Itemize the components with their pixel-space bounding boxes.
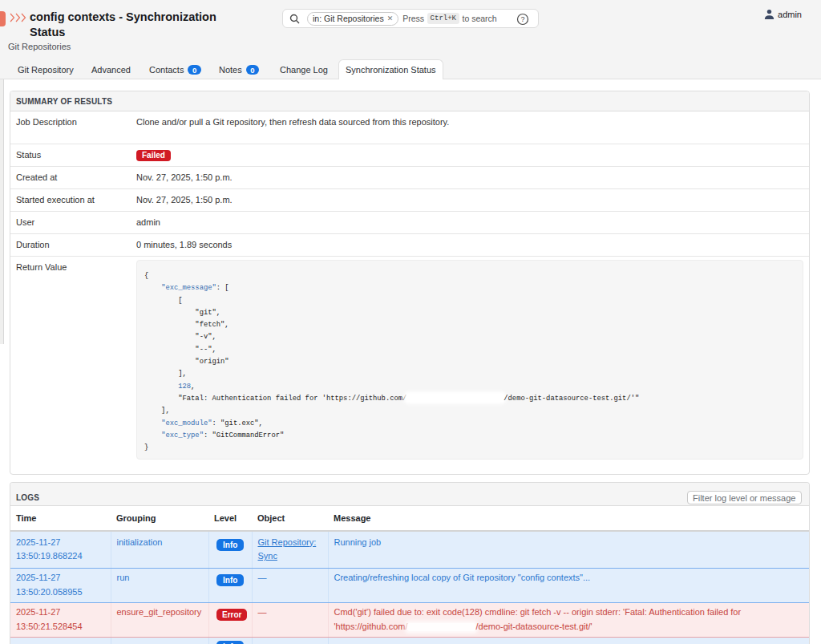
svg-text:?: ?	[520, 15, 524, 23]
